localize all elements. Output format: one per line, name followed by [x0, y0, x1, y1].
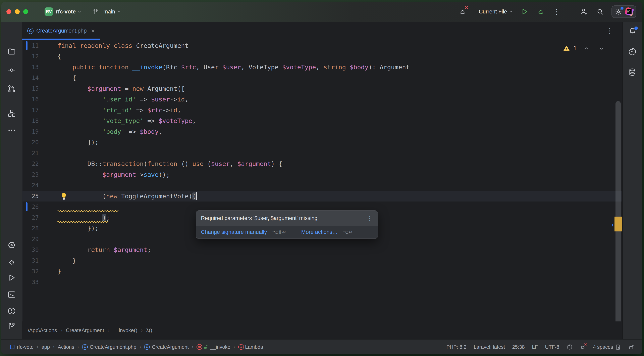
more-actions-link[interactable]: More actions…	[301, 229, 338, 235]
line-number[interactable]: 15	[22, 85, 40, 92]
run-button[interactable]	[520, 7, 529, 16]
project-widget[interactable]: rfc-vote	[53, 9, 82, 15]
encoding-widget[interactable]: UTF-8	[545, 344, 559, 350]
project-tool-icon[interactable]	[7, 47, 16, 56]
next-problem-icon[interactable]	[598, 45, 605, 52]
code-editor[interactable]: 11final readonly class CreateArgument12{…	[22, 40, 622, 321]
code-line[interactable]: 11final readonly class CreateArgument	[22, 40, 622, 51]
line-number[interactable]: 16	[22, 96, 40, 103]
close-window-button[interactable]	[6, 9, 11, 14]
code-line[interactable]: 32}	[22, 266, 622, 277]
run-tool-icon[interactable]	[7, 273, 16, 282]
line-number[interactable]: 18	[22, 117, 40, 124]
code-with-me-icon[interactable]	[579, 7, 588, 16]
more-tools-icon[interactable]	[7, 126, 16, 135]
line-number[interactable]: 14	[22, 74, 40, 81]
problems-tool-icon[interactable]	[7, 306, 16, 315]
commit-tool-icon[interactable]	[7, 66, 16, 75]
pull-requests-tool-icon[interactable]	[7, 84, 16, 93]
line-number[interactable]: 29	[22, 236, 40, 242]
inspections-widget[interactable]: 1	[563, 45, 605, 52]
indent-widget[interactable]: 4 spaces	[593, 344, 621, 350]
line-number[interactable]: 11	[22, 42, 40, 49]
warning-stripe-mark[interactable]	[614, 217, 622, 231]
code-line[interactable]: 22 DB::transaction(function () use ($use…	[22, 159, 622, 169]
code-line[interactable]: 23 $argument->save();	[22, 169, 622, 180]
line-number[interactable]: 23	[22, 171, 40, 178]
line-number[interactable]: 19	[22, 128, 40, 135]
caret-position-widget[interactable]: 25:38	[512, 344, 525, 350]
code-line[interactable]: 13 public function __invoke(Rfc $rfc, Us…	[22, 62, 622, 73]
statusbar-crumb-app[interactable]: app	[42, 344, 50, 350]
line-number[interactable]: 12	[22, 53, 40, 60]
intention-lightbulb-icon[interactable]	[60, 192, 68, 200]
code-line[interactable]: 24	[22, 180, 622, 191]
breadcrumb-class[interactable]: CreateArgument	[66, 327, 104, 333]
editor-scrollbar[interactable]	[616, 101, 621, 321]
line-number[interactable]: 25	[22, 193, 40, 199]
run-configuration-selector[interactable]: Current File	[476, 9, 513, 15]
code-line[interactable]: 15 $argument = new Argument([	[22, 83, 622, 94]
prev-problem-icon[interactable]	[583, 45, 590, 52]
laravel-version-widget[interactable]: Laravel: latest	[474, 344, 505, 350]
line-number[interactable]: 26	[22, 203, 40, 210]
popup-kebab-icon[interactable]: ⋮	[367, 215, 373, 222]
code-line[interactable]: 25 (new ToggleArgumentVote)(	[22, 191, 622, 201]
debug-button[interactable]	[536, 7, 545, 16]
code-line[interactable]: 33	[22, 277, 622, 287]
line-number[interactable]: 31	[22, 257, 40, 264]
code-line[interactable]: 12{	[22, 51, 622, 62]
debug-tool-icon[interactable]	[7, 258, 16, 266]
breadcrumb-method[interactable]: __invoke()	[113, 327, 137, 333]
breadcrumb-namespace[interactable]: \App\Actions	[28, 327, 57, 333]
line-number[interactable]: 33	[22, 279, 40, 285]
php-version-widget[interactable]: PHP: 8.2	[446, 344, 466, 350]
settings-gear-icon[interactable]	[614, 7, 623, 16]
line-number[interactable]: 20	[22, 139, 40, 146]
line-number[interactable]: 28	[22, 225, 40, 232]
database-tool-icon[interactable]	[628, 68, 637, 77]
mute-breakpoints-icon[interactable]: ✕	[458, 7, 467, 16]
line-number[interactable]: 22	[22, 160, 40, 167]
line-number[interactable]: 27	[22, 214, 40, 221]
git-tool-icon[interactable]	[7, 322, 16, 331]
statusbar-crumb-method[interactable]: m __invoke	[196, 344, 230, 350]
breadcrumb-lambda[interactable]: λ()	[146, 327, 152, 333]
tab-options-kebab[interactable]: ⋮	[606, 27, 613, 35]
statusbar-crumb-lambda[interactable]: λ Lambda	[238, 344, 263, 350]
terminal-tool-icon[interactable]	[7, 290, 16, 299]
code-line[interactable]: 14 {	[22, 73, 622, 83]
minimize-window-button[interactable]	[15, 9, 20, 14]
change-signature-link[interactable]: Change signature manually	[201, 229, 267, 235]
branch-widget[interactable]: main	[92, 9, 121, 15]
mute-breakpoints-status-icon[interactable]: ✕	[580, 344, 586, 350]
code-line[interactable]: 20 ]);	[22, 137, 622, 148]
line-number[interactable]: 32	[22, 268, 40, 275]
statusbar-crumb-class[interactable]: C CreateArgument	[144, 344, 188, 350]
line-number[interactable]: 30	[22, 246, 40, 253]
line-ending-widget[interactable]: LF	[532, 344, 538, 350]
code-line[interactable]: 31 }	[22, 255, 622, 266]
zoom-window-button[interactable]	[23, 9, 28, 14]
tab-close-icon[interactable]: ×	[91, 28, 95, 34]
ai-assistant-icon[interactable]	[628, 48, 637, 56]
line-number[interactable]: 17	[22, 107, 40, 114]
structure-tool-icon[interactable]	[7, 109, 16, 118]
code-line[interactable]: 19 'body' => $body,	[22, 126, 622, 137]
code-line[interactable]: 17 'rfc_id' => $rfc->id,	[22, 105, 622, 116]
notifications-bell-icon[interactable]	[628, 27, 637, 36]
statusbar-crumb-project[interactable]: rfc-vote	[17, 344, 34, 350]
services-tool-icon[interactable]	[7, 241, 16, 249]
file-writable-lock-icon[interactable]	[628, 344, 634, 350]
line-number[interactable]: 21	[22, 150, 40, 157]
code-line[interactable]: 30 return $argument;	[22, 244, 622, 255]
more-actions-kebab[interactable]: ⋮	[552, 7, 561, 16]
code-line[interactable]: 18 'vote_type' => $voteType,	[22, 116, 622, 126]
tab-createargument-php[interactable]: C CreateArgument.php ×	[22, 22, 100, 40]
search-everywhere-icon[interactable]	[596, 7, 605, 16]
statusbar-crumb-actions[interactable]: Actions	[58, 344, 74, 350]
statusbar-crumb-file[interactable]: C CreateArgument.php	[82, 344, 136, 350]
code-line[interactable]: 21	[22, 148, 622, 159]
ai-status-icon[interactable]	[566, 344, 572, 350]
line-number[interactable]: 24	[22, 182, 40, 189]
